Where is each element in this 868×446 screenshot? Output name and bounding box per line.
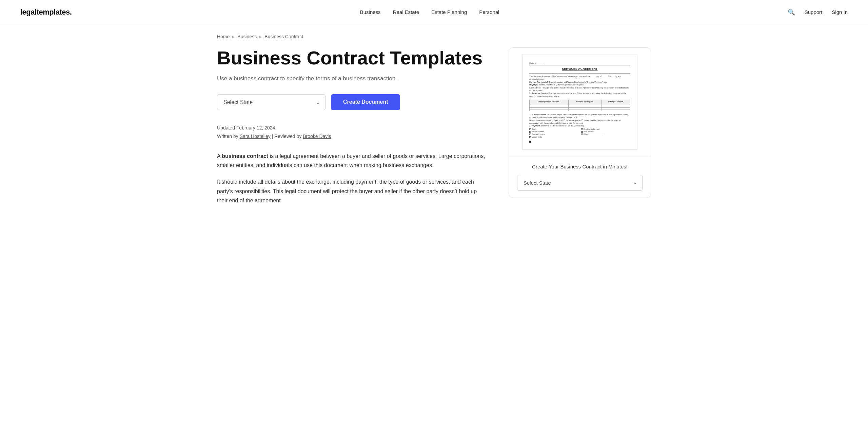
doc-section2-note: Unless otherwise stated, (Check one) ☐ S…: [529, 119, 630, 125]
body-p1-bold: business contract: [222, 153, 268, 159]
search-icon[interactable]: 🔍: [788, 8, 795, 16]
doc-party-note: Each Service Provider and Buyer may be r…: [529, 86, 630, 92]
doc-section3: 3. Payment. Payment for the Services wil…: [529, 124, 630, 127]
doc-money-label: Money order: [532, 136, 542, 139]
body-paragraph-2: It should include all details about the …: [217, 177, 488, 205]
body-p1-before: A: [217, 153, 222, 159]
doc-services-table: Description of Services Number of Projec…: [529, 100, 630, 111]
doc-s2-title: 2. Purchase Price.: [529, 114, 547, 116]
doc-payment-other: Other: _____________: [581, 133, 630, 136]
doc-table-header-3: Price per Project: [601, 100, 630, 104]
doc-s1-title: 1. Services.: [529, 92, 540, 94]
create-document-button[interactable]: Create Document: [331, 94, 400, 110]
breadcrumb-sep-1: ▸: [232, 34, 235, 39]
doc-divider-top: [529, 65, 630, 65]
form-row: Select State Alabama Alaska Arizona Cali…: [217, 94, 488, 110]
doc-payment-right: Credit or debit card Wire transfer Other…: [581, 128, 630, 139]
doc-payment-left: Cash Personal check Cashier's check: [529, 128, 578, 139]
breadcrumb-sep-2: ▸: [259, 34, 262, 39]
left-column: Business Contract Templates Use a busine…: [217, 47, 488, 212]
signin-link[interactable]: Sign In: [832, 9, 848, 15]
doc-checkbox-personal: [529, 131, 531, 133]
doc-personal-label: Personal check: [532, 130, 545, 133]
doc-payment-cash: Cash: [529, 128, 578, 131]
page-subtitle: Use a business contract to specify the t…: [217, 75, 488, 82]
nav-estate-planning[interactable]: Estate Planning: [431, 9, 467, 15]
card-footer-title: Create Your Business Contract in Minutes…: [517, 164, 643, 169]
doc-sp-bold: Service Provider(s):: [529, 81, 549, 83]
doc-preview: State of _______ SERVICES AGREEMENT The …: [509, 48, 651, 157]
card-state-select-dropdown[interactable]: Select State Alabama Alaska Arizona Cali…: [517, 175, 643, 191]
doc-section1: 1. Services. Service Provider agrees to …: [529, 92, 630, 98]
doc-wire-label: Wire transfer: [584, 130, 594, 133]
doc-intro: The Services Agreement (this "Agreement"…: [529, 75, 630, 81]
card-select-wrapper: Select State Alabama Alaska Arizona Cali…: [517, 175, 643, 191]
reviewer-link[interactable]: Brooke Davis: [303, 134, 331, 139]
doc-buyer-label: Buyer(s): [Name], located at [Address] (…: [529, 83, 630, 86]
doc-payment-options: Cash Personal check Cashier's check: [529, 128, 630, 139]
doc-table-header-1: Description of Services: [530, 100, 569, 104]
doc-buyer-text: [Name], located at [Address] (collective…: [539, 84, 584, 86]
support-link[interactable]: Support: [805, 9, 823, 15]
breadcrumb-current: Business Contract: [264, 34, 303, 39]
breadcrumb-home[interactable]: Home: [217, 34, 230, 39]
doc-payment-cashier: Cashier's check: [529, 133, 578, 136]
meta-info: Updated February 12, 2024 Written by Sar…: [217, 124, 488, 141]
page-title: Business Contract Templates: [217, 47, 488, 68]
doc-checkbox-wire: [581, 131, 583, 133]
doc-checkbox-card: [581, 128, 583, 130]
doc-payment-personal: Personal check: [529, 130, 578, 133]
doc-sp-text: [Name], located at [Address] (collective…: [549, 81, 607, 83]
doc-s1-text: Service Provider agrees to provide and B…: [529, 92, 626, 97]
doc-title: SERVICES AGREEMENT: [529, 67, 630, 71]
author-line: Written by Sara Hostelley | Reviewed by …: [217, 132, 488, 141]
header-right: 🔍 Support Sign In: [788, 8, 848, 16]
breadcrumb: Home ▸ Business ▸ Business Contract: [217, 24, 651, 47]
doc-checkbox-money: [529, 136, 531, 138]
doc-table-header-2: Number of Projects: [568, 100, 601, 104]
breadcrumb-business[interactable]: Business: [237, 34, 257, 39]
state-select-dropdown[interactable]: Select State Alabama Alaska Arizona Cali…: [217, 94, 326, 110]
doc-preview-inner: State of _______ SERVICES AGREEMENT The …: [522, 55, 637, 150]
doc-service-provider-label: Service Provider(s): [Name], located at …: [529, 81, 630, 83]
doc-state-label: State of _______: [529, 62, 630, 64]
author-link[interactable]: Sara Hostelley: [240, 134, 271, 139]
updated-date: Updated February 12, 2024: [217, 124, 488, 132]
doc-buyer-bold: Buyer(s):: [529, 84, 538, 86]
doc-checkbox-other: [581, 134, 583, 135]
doc-cash-label: Cash: [532, 128, 536, 131]
doc-s3-text: Payment for the Services will be by: (Ch…: [541, 125, 584, 127]
nav-business[interactable]: Business: [360, 9, 381, 15]
doc-checkbox-cashier: [529, 134, 531, 135]
doc-payment-card: Credit or debit card: [581, 128, 630, 131]
doc-card-label: Credit or debit card: [584, 128, 599, 131]
card-footer: Create Your Business Contract in Minutes…: [509, 157, 651, 198]
doc-other-label: Other: _____________: [584, 133, 603, 136]
doc-payment-wire: Wire transfer: [581, 130, 630, 133]
doc-card: State of _______ SERVICES AGREEMENT The …: [509, 47, 651, 198]
right-column: State of _______ SERVICES AGREEMENT The …: [509, 47, 651, 198]
doc-section2: 2. Purchase Price. Buyer will pay to Ser…: [529, 113, 630, 119]
site-header: legaltemplates. Business Real Estate Est…: [0, 0, 868, 24]
table-row: [530, 109, 630, 111]
doc-small-rect: [529, 141, 531, 143]
doc-payment-money: Money order: [529, 136, 578, 139]
doc-cashier-label: Cashier's check: [532, 133, 545, 136]
doc-checkbox-cash: [529, 128, 531, 130]
nav-real-estate[interactable]: Real Estate: [393, 9, 419, 15]
state-select-wrapper: Select State Alabama Alaska Arizona Cali…: [217, 94, 326, 110]
doc-divider-title: [529, 73, 630, 74]
nav-personal[interactable]: Personal: [479, 9, 499, 15]
body-paragraph-1: A business contract is a legal agreement…: [217, 151, 488, 170]
doc-s3-title: 3. Payment.: [529, 125, 540, 127]
main-nav: Business Real Estate Estate Planning Per…: [360, 9, 499, 15]
logo[interactable]: legaltemplates.: [20, 8, 72, 17]
